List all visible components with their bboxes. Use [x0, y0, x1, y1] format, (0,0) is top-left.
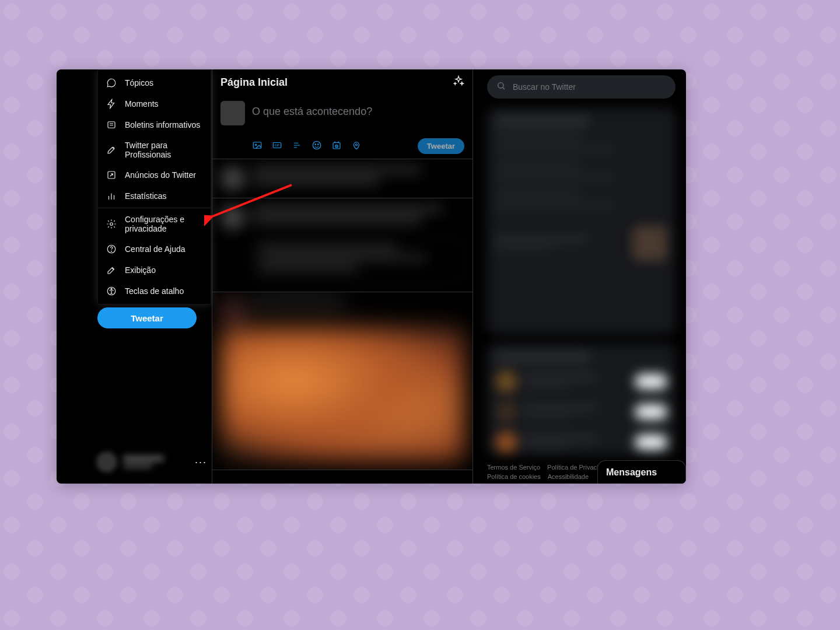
menu-item-topics[interactable]: Tópicos — [98, 72, 211, 93]
svg-point-27 — [498, 83, 503, 88]
svg-point-19 — [313, 141, 321, 149]
right-sidebar: Termos de Serviço Política de Privacidad… — [473, 69, 686, 484]
menu-item-ads[interactable]: Anúncios do Twitter — [98, 164, 211, 186]
svg-text:GIF: GIF — [275, 144, 280, 147]
menu-item-analytics[interactable]: Estatísticas — [98, 186, 211, 206]
menu-item-newsletters[interactable]: Boletins informativos — [98, 114, 211, 135]
menu-label: Central de Ajuda — [125, 244, 186, 254]
compose-toolbar: GIF — [252, 140, 362, 153]
menu-label: Twitter para Profissionais — [125, 141, 202, 159]
gif-icon[interactable]: GIF — [272, 140, 282, 153]
menu-label: Moments — [125, 99, 159, 108]
footer-link[interactable]: Acessibilidade — [548, 473, 589, 480]
menu-item-moments[interactable]: Moments — [98, 93, 211, 114]
svg-point-11 — [111, 288, 112, 289]
newsletter-icon — [106, 120, 117, 130]
messages-label: Mensagens — [606, 467, 657, 478]
svg-point-9 — [111, 251, 112, 251]
menu-label: Anúncios do Twitter — [125, 170, 196, 180]
messages-dock[interactable]: Mensagens — [597, 460, 686, 484]
external-link-icon — [106, 170, 117, 180]
svg-point-20 — [315, 144, 316, 145]
menu-separator — [98, 208, 211, 208]
tweet-button-sidebar[interactable]: Tweetar — [97, 307, 197, 328]
svg-rect-0 — [108, 122, 115, 128]
compose-input[interactable]: O que está acontecendo? — [252, 101, 372, 118]
top-tweets-icon[interactable] — [453, 75, 464, 89]
account-text — [123, 456, 189, 468]
gear-icon — [106, 219, 117, 229]
menu-item-display[interactable]: Exibição — [98, 260, 211, 281]
footer-link[interactable]: Política de cookies — [487, 473, 541, 480]
emoji-icon[interactable] — [312, 140, 322, 153]
search-icon — [496, 81, 506, 93]
home-timeline: Página Inicial O que está acontecendo? G… — [212, 69, 473, 484]
tweet-button[interactable]: Tweetar — [418, 138, 464, 154]
edit-icon — [106, 265, 117, 275]
more-icon[interactable]: ··· — [195, 456, 207, 468]
menu-label: Configurações e privacidade — [125, 215, 202, 233]
tweet-button-label: Tweetar — [427, 142, 455, 150]
avatar — [96, 452, 117, 473]
svg-line-28 — [503, 88, 505, 89]
menu-label: Exibição — [125, 265, 156, 275]
menu-label: Boletins informativos — [125, 120, 200, 130]
search-box[interactable] — [487, 75, 676, 99]
timeline-header: Página Inicial — [212, 69, 473, 95]
footer-link[interactable]: Termos de Serviço — [487, 464, 540, 471]
chat-bubble-icon — [106, 78, 117, 88]
svg-point-26 — [356, 144, 358, 145]
help-icon — [106, 244, 117, 254]
tweet — [212, 198, 473, 292]
footer-link[interactable]: Mais ··· — [566, 482, 586, 484]
search-input[interactable] — [513, 82, 666, 92]
svg-point-13 — [256, 144, 257, 145]
bar-chart-icon — [106, 191, 117, 201]
menu-item-settings-privacy[interactable]: Configurações e privacidade — [98, 209, 211, 239]
menu-label: Tópicos — [125, 78, 153, 88]
account-switcher[interactable]: ··· — [96, 449, 207, 475]
poll-icon[interactable] — [292, 140, 302, 153]
menu-item-helpcenter[interactable]: Central de Ajuda — [98, 239, 211, 260]
tweet — [212, 159, 473, 198]
more-menu-popup: Tópicos Moments Boletins informativos Tw… — [97, 69, 211, 304]
svg-point-7 — [110, 223, 113, 226]
schedule-icon[interactable] — [331, 140, 342, 153]
who-to-follow-card[interactable] — [487, 344, 676, 456]
menu-label: Teclas de atalho — [125, 286, 184, 296]
lightning-icon — [106, 99, 117, 109]
app-window: Tópicos Moments Boletins informativos Tw… — [57, 69, 686, 484]
location-icon[interactable] — [351, 140, 362, 153]
accessibility-icon — [106, 286, 117, 296]
menu-label: Estatísticas — [125, 191, 167, 201]
avatar — [220, 101, 245, 125]
compose-tweet: O que está acontecendo? GIF Tweetar — [212, 95, 473, 159]
footer-link[interactable]: Informações de anúncios — [487, 482, 559, 484]
menu-item-professionals[interactable]: Twitter para Profissionais — [98, 135, 211, 164]
image-icon[interactable] — [252, 140, 262, 153]
trends-card[interactable] — [487, 108, 676, 334]
timeline-feed[interactable] — [212, 159, 473, 470]
sidebar: Tópicos Moments Boletins informativos Tw… — [57, 69, 212, 484]
rocket-icon — [106, 145, 117, 155]
tweet-with-media — [212, 292, 473, 470]
svg-point-21 — [318, 144, 319, 145]
page-title: Página Inicial — [220, 76, 288, 89]
menu-item-shortcuts[interactable]: Teclas de atalho — [98, 281, 211, 302]
tweet-button-label: Tweetar — [131, 313, 163, 323]
